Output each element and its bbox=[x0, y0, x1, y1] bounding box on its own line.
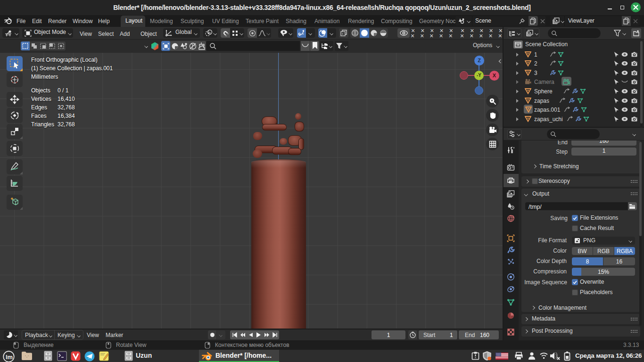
svg-text:lm: lm bbox=[6, 354, 13, 361]
